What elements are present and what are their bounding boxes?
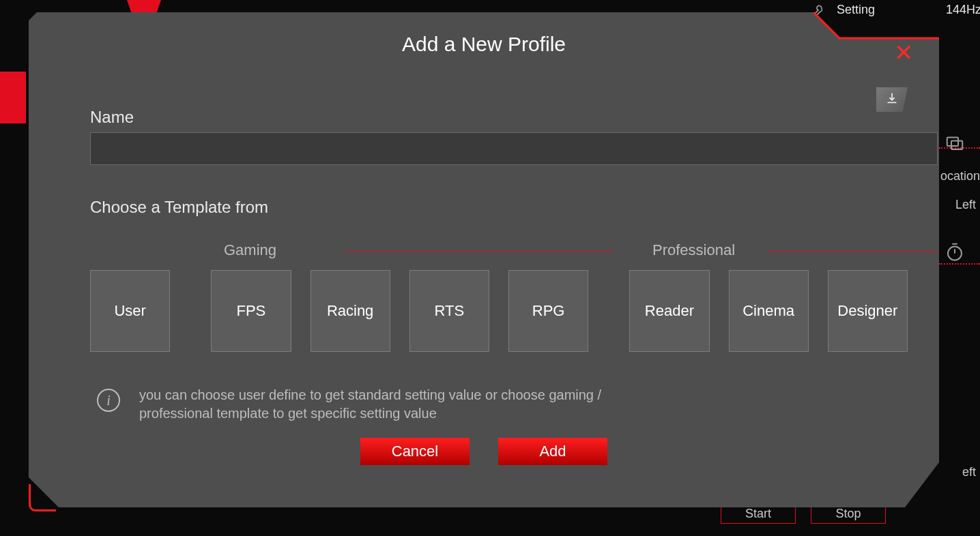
- template-tile-rts[interactable]: RTS: [409, 270, 489, 352]
- bg-left-fragment-1: Left: [955, 198, 976, 212]
- template-tile-rpg[interactable]: RPG: [508, 270, 588, 352]
- bg-divider-dots-2: [939, 263, 980, 265]
- bg-left-fragment-2: eft: [962, 465, 976, 479]
- info-icon: i: [97, 389, 120, 412]
- add-button[interactable]: Add: [498, 438, 607, 465]
- bg-location-fragment: ocation: [940, 169, 980, 183]
- name-label: Name: [90, 108, 134, 127]
- template-tile-row: User FPS Racing RTS RPG Reader Cinema De…: [90, 270, 908, 352]
- stopwatch-icon: [945, 241, 965, 262]
- bg-setting-label[interactable]: Setting: [837, 3, 875, 17]
- section-professional-label: Professional: [652, 241, 735, 259]
- close-icon[interactable]: ✕: [894, 41, 913, 64]
- svg-rect-1: [951, 141, 962, 150]
- bg-left-accent: [0, 72, 26, 123]
- info-row: i you can choose user define to get stan…: [97, 386, 871, 423]
- download-icon: [884, 91, 899, 108]
- template-tile-user[interactable]: User: [90, 270, 170, 352]
- svg-rect-0: [947, 138, 958, 147]
- template-tile-racing[interactable]: Racing: [311, 270, 390, 352]
- choose-template-label: Choose a Template from: [90, 198, 268, 217]
- template-tile-cinema[interactable]: Cinema: [729, 270, 809, 352]
- section-professional-divider: [770, 251, 938, 252]
- template-tile-reader[interactable]: Reader: [629, 270, 709, 352]
- import-button[interactable]: [876, 87, 908, 112]
- template-tile-fps[interactable]: FPS: [211, 270, 291, 352]
- info-text: you can choose user define to get standa…: [139, 386, 658, 423]
- modal-title: Add a New Profile: [29, 33, 939, 56]
- modal-button-row: Cancel Add: [29, 438, 939, 465]
- section-gaming-label: Gaming: [224, 241, 276, 259]
- add-profile-modal: Add a New Profile ✕ Name Choose a Templa…: [29, 12, 939, 507]
- layers-icon: [945, 132, 965, 153]
- bg-refresh-rate: 144Hz: [946, 3, 980, 17]
- template-tile-designer[interactable]: Designer: [828, 270, 908, 352]
- section-gaming-divider: [346, 251, 612, 252]
- cancel-button[interactable]: Cancel: [360, 438, 470, 465]
- name-input[interactable]: [90, 132, 938, 165]
